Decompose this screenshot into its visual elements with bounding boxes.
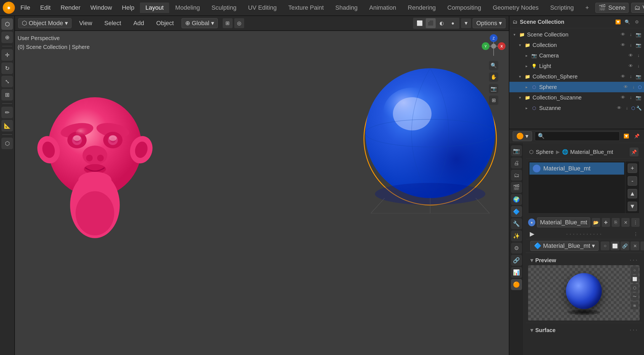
select-menu[interactable]: Select bbox=[100, 18, 126, 28]
prev-cloth-btn[interactable]: ≋ bbox=[631, 302, 638, 309]
tool-measure[interactable]: 📐 bbox=[1, 120, 13, 132]
tool-select[interactable]: ⬡ bbox=[1, 18, 13, 30]
camera-orbit-btn[interactable]: 📷 bbox=[489, 84, 498, 93]
csuzanne-render[interactable]: 📷 bbox=[635, 94, 642, 101]
tab-geometry-nodes[interactable]: Geometry Nodes bbox=[487, 2, 544, 13]
mat-name-field[interactable]: Material_Blue_mt bbox=[537, 217, 590, 227]
menu-edit[interactable]: Edit bbox=[36, 2, 55, 13]
light-restrict[interactable]: ↓ bbox=[635, 63, 642, 69]
visibility-icon[interactable]: 👁 bbox=[620, 31, 626, 38]
props-render-icon[interactable]: 📷 bbox=[511, 145, 522, 156]
transform-origin-dropdown[interactable]: ⊕ Global ▾ bbox=[182, 18, 218, 28]
blender-logo[interactable]: ● bbox=[3, 2, 15, 14]
mat-delete-btn[interactable]: ✕ bbox=[621, 218, 630, 227]
prev-monkey-btn[interactable]: ⬡ bbox=[631, 284, 638, 292]
props-data-icon[interactable]: 📊 bbox=[511, 267, 522, 278]
gizmo-z-axis[interactable]: Z bbox=[490, 34, 497, 42]
csuzanne-visibility[interactable]: 👁 bbox=[620, 94, 626, 101]
outliner-row-scene-collection[interactable]: ▾ 📁 Scene Collection 👁 ↓ 📷 bbox=[509, 29, 644, 40]
prev-hair-btn[interactable]: 〜 bbox=[631, 293, 638, 301]
tool-rotate[interactable]: ↻ bbox=[1, 62, 13, 74]
view-layer-selector[interactable]: 🗂 ViewLayer_All bbox=[631, 3, 644, 13]
scene-selector[interactable]: 🎬 Scene bbox=[595, 3, 628, 13]
snap-btn[interactable]: ⊞ bbox=[223, 18, 233, 28]
properties-context-btn[interactable]: 🟠 ▾ bbox=[513, 131, 532, 141]
properties-search-input[interactable] bbox=[535, 132, 620, 141]
render-icon-2[interactable]: 📷 bbox=[635, 42, 642, 48]
view-menu[interactable]: View bbox=[75, 18, 97, 28]
mat-copy-btn[interactable]: ⎘ bbox=[612, 218, 620, 227]
viewport[interactable]: User Perspective (0) Scene Collection | … bbox=[15, 31, 509, 355]
gizmo-y-axis[interactable]: Y bbox=[482, 42, 489, 50]
options-btn[interactable]: Options ▾ bbox=[473, 18, 505, 28]
proportional-btn[interactable]: ◎ bbox=[234, 18, 244, 28]
mat-cube-preview-toggle[interactable]: ⬜ bbox=[611, 241, 619, 250]
tab-add[interactable]: + bbox=[580, 2, 595, 13]
tab-texture-paint[interactable]: Texture Paint bbox=[283, 2, 329, 13]
restrict-icon-2[interactable]: ↓ bbox=[627, 42, 634, 48]
tab-rendering[interactable]: Rendering bbox=[402, 2, 441, 13]
rendered-btn[interactable]: ● bbox=[448, 18, 458, 28]
props-modifier-icon[interactable]: 🔧 bbox=[511, 218, 522, 229]
object-mode-dropdown[interactable]: ⬡ Object Mode ▾ bbox=[18, 18, 71, 28]
menu-help[interactable]: Help bbox=[118, 2, 139, 13]
render-restrict-icon[interactable]: 📷 bbox=[635, 31, 642, 38]
outliner-row-collection[interactable]: ▾ 📁 Collection 👁 ↓ 📷 bbox=[509, 40, 644, 50]
outliner-row-collection-suzanne[interactable]: ▾ 📁 Collection_Suzanne 👁 ↓ 📷 bbox=[509, 92, 644, 103]
tab-shading[interactable]: Shading bbox=[330, 2, 363, 13]
surface-dots[interactable]: · · · bbox=[630, 328, 637, 333]
props-object-icon[interactable]: 🔷 bbox=[511, 206, 522, 217]
mat-new-btn[interactable]: ✚ bbox=[602, 218, 610, 227]
mat-up-btn[interactable]: ▲ bbox=[628, 189, 637, 198]
viewport-options-btn[interactable]: ▼ bbox=[461, 18, 471, 28]
suzanne-visibility[interactable]: 👁 bbox=[616, 105, 622, 111]
outliner-row-collection-sphere[interactable]: ▾ 📁 Collection_Sphere 👁 ↓ 📷 bbox=[509, 71, 644, 82]
material-list-item[interactable]: Material_Blue_mt bbox=[529, 162, 624, 175]
mat-down-btn[interactable]: ▼ bbox=[628, 202, 637, 211]
visibility-icon-2[interactable]: 👁 bbox=[620, 42, 626, 48]
tool-move[interactable]: ✛ bbox=[1, 49, 13, 61]
sphere-visibility[interactable]: 👁 bbox=[622, 84, 629, 90]
mat-props-dropdown[interactable]: 🔷 Material_Blue_mt ▾ bbox=[530, 241, 598, 251]
props-world-icon[interactable]: 🌍 bbox=[511, 194, 522, 205]
mat-add-btn[interactable]: + bbox=[628, 164, 637, 173]
tab-modeling[interactable]: Modeling bbox=[170, 2, 205, 13]
tab-sculpting[interactable]: Sculpting bbox=[206, 2, 242, 13]
outliner-row-suzanne[interactable]: ▸ ⬡ Suzanne 👁 ↓ ⬡ 🔧 bbox=[509, 103, 644, 113]
tool-cursor[interactable]: ⊕ bbox=[1, 31, 13, 43]
object-menu[interactable]: Object bbox=[152, 18, 178, 28]
tab-animation[interactable]: Animation bbox=[364, 2, 402, 13]
properties-filter-icon[interactable]: 🔽 bbox=[622, 132, 630, 140]
tab-scripting[interactable]: Scripting bbox=[545, 2, 579, 13]
outliner-options-icon[interactable]: ⚙ bbox=[633, 18, 641, 26]
csphere-render[interactable]: 📷 bbox=[635, 73, 642, 80]
mat-play-btn[interactable]: ▶ bbox=[528, 230, 536, 238]
mat-link-btn[interactable]: 🔗 bbox=[621, 241, 629, 250]
mat-dots-end[interactable]: ⋮ bbox=[632, 230, 640, 238]
outliner-row-sphere[interactable]: ▸ ⬡ Sphere 👁 ↓ ⬡ bbox=[509, 82, 644, 92]
outliner-search-icon[interactable]: 🔍 bbox=[624, 18, 631, 26]
menu-window[interactable]: Window bbox=[86, 2, 116, 13]
camera-visibility[interactable]: 👁 bbox=[627, 52, 634, 59]
props-material-icon[interactable]: 🟠 bbox=[511, 279, 522, 290]
mat-header-pin[interactable]: 📌 bbox=[630, 148, 638, 156]
prev-cube-btn[interactable]: ⬜ bbox=[631, 275, 638, 283]
sphere-restrict[interactable]: ↓ bbox=[630, 84, 637, 90]
mat-dots-btn[interactable]: ⋮ bbox=[631, 218, 640, 227]
properties-pin-icon[interactable]: 📌 bbox=[633, 132, 641, 140]
material-preview-btn[interactable]: ◐ bbox=[437, 18, 447, 28]
tab-uv-editing[interactable]: UV Editing bbox=[243, 2, 282, 13]
wireframe-btn[interactable]: ⬜ bbox=[415, 18, 425, 28]
tab-layout[interactable]: Layout bbox=[140, 2, 169, 13]
mat-sphere-preview-toggle[interactable]: ○ bbox=[601, 241, 610, 250]
preview-section-header[interactable]: ▾ Preview · · · bbox=[528, 255, 640, 265]
props-physics-icon[interactable]: ⚙ bbox=[511, 243, 522, 254]
props-particles-icon[interactable]: ✨ bbox=[511, 230, 522, 241]
menu-render[interactable]: Render bbox=[56, 2, 85, 13]
mat-browse-btn[interactable]: 📂 bbox=[592, 218, 600, 227]
mat-remove-btn[interactable]: - bbox=[628, 176, 637, 186]
camera-restrict[interactable]: ↓ bbox=[635, 52, 642, 59]
props-constraints-icon[interactable]: 🔗 bbox=[511, 255, 522, 266]
preview-dots[interactable]: · · · bbox=[630, 258, 637, 263]
menu-file[interactable]: File bbox=[16, 2, 34, 13]
